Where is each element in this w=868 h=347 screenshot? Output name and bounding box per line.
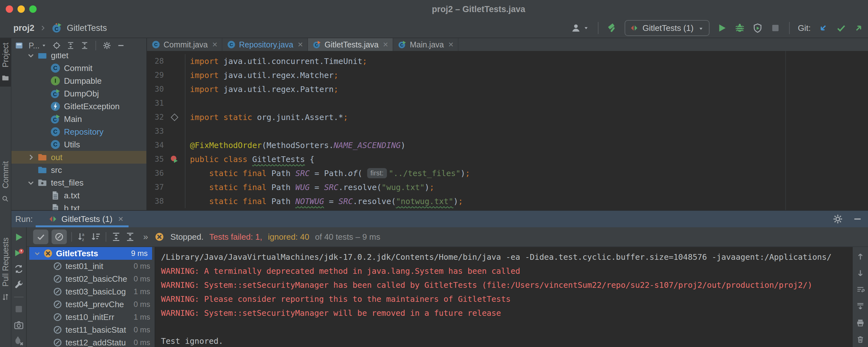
folder-blue-icon	[37, 53, 48, 61]
project-tree-item-Dumpable[interactable]: IDumpable	[11, 75, 146, 87]
code-line-34: 34@FixMethodOrder(MethodSorters.NAME_ASC…	[147, 138, 868, 152]
git-commit-check-icon[interactable]	[836, 23, 846, 33]
debug-button[interactable]	[734, 23, 745, 33]
settings-gear-icon[interactable]	[102, 41, 111, 50]
svg-text:I: I	[54, 77, 56, 84]
project-tree-item-a.txt[interactable]: a.txt	[11, 189, 146, 202]
editor-tab-Main.java[interactable]: CMain.java×	[393, 38, 459, 51]
editor-tab-Repository.java[interactable]: CRepository.java×	[222, 38, 308, 51]
test-tree-item-test12_addStatu[interactable]: test12_addStatu0 ms	[27, 336, 155, 347]
scroll-down-button[interactable]	[856, 269, 865, 278]
test-failed-icon[interactable]	[170, 155, 179, 164]
tree-item-label: b.txt	[64, 203, 80, 210]
stop-button[interactable]	[770, 23, 781, 33]
chevron-down-icon[interactable]	[26, 177, 36, 188]
editor-surface[interactable]: 28import java.util.concurrent.TimeUnit;2…	[147, 51, 868, 210]
test-tree-item-GitletTests[interactable]: GitletTests9 ms	[29, 247, 152, 260]
editor-tab-Commit.java[interactable]: CCommit.java×	[147, 38, 222, 51]
test-tree-item-test01_init[interactable]: test01_init0 ms	[27, 260, 155, 272]
project-tree[interactable]: gitletCCommitIDumpableCDumpObjGitletExce…	[11, 53, 146, 210]
project-tree-item-Utils[interactable]: CUtils	[11, 138, 146, 151]
minimize-window-button[interactable]	[18, 5, 25, 13]
code-token: "wug.txt"	[381, 183, 425, 192]
run-tab[interactable]: GitletTests (1) ×	[48, 211, 123, 227]
show-ignored-toggle[interactable]	[52, 230, 67, 244]
test-tree-item-test02_basicChe[interactable]: test02_basicChe0 ms	[27, 272, 155, 285]
project-tree-item-Commit[interactable]: CCommit	[11, 62, 146, 75]
chevron-down-icon[interactable]	[32, 249, 42, 258]
show-passed-toggle[interactable]	[33, 230, 49, 244]
git-push-icon[interactable]	[854, 23, 864, 33]
sort-alphabetically-button[interactable]: az	[76, 231, 87, 242]
project-view-widget-icon[interactable]	[14, 41, 24, 50]
project-tree-item-Main[interactable]: CMain	[11, 113, 146, 125]
code-text: public class GitletTests {	[185, 152, 868, 166]
stripe-tab-project[interactable]: Project	[0, 38, 11, 87]
close-icon[interactable]: ×	[298, 40, 303, 49]
toggle-auto-test-button[interactable]	[13, 264, 24, 274]
test-tree-item-test11_basicStat[interactable]: test11_basicStat0 ms	[27, 323, 155, 336]
toolbar-separator	[95, 41, 96, 50]
close-icon[interactable]: ×	[383, 40, 388, 49]
run-with-coverage-button[interactable]	[752, 23, 763, 33]
test-tree[interactable]: GitletTests9 mstest01_init0 mstest02_bas…	[27, 247, 155, 347]
chevron-down-icon[interactable]	[26, 53, 36, 61]
fold-marker-icon[interactable]	[170, 113, 178, 121]
hide-tool-window-button[interactable]	[117, 41, 125, 50]
run-configuration-select[interactable]: GitletTests (1)	[625, 20, 709, 36]
project-tree-item-b.txt[interactable]: b.txt	[11, 202, 146, 210]
test-tree-item-test04_prevChe[interactable]: test04_prevChe0 ms	[27, 298, 155, 311]
stop-button[interactable]	[13, 304, 24, 315]
maximize-window-button[interactable]	[29, 5, 37, 13]
project-tree-item-src[interactable]: src	[11, 164, 146, 176]
code-line-30: 30import java.util.regex.Pattern;	[147, 82, 868, 96]
rerun-button[interactable]	[13, 232, 24, 242]
project-tree-item-out[interactable]: out	[11, 151, 146, 164]
collapse-all-button[interactable]	[80, 41, 89, 50]
test-settings-wrench-icon[interactable]	[13, 280, 24, 290]
run-console[interactable]: /Library/Java/JavaVirtualMachines/jdk-17…	[155, 247, 853, 347]
chevron-right-icon[interactable]	[26, 152, 36, 163]
test-tree-item-test03_basicLog[interactable]: test03_basicLog1 ms	[27, 285, 155, 298]
close-icon[interactable]: ×	[212, 40, 217, 49]
project-view-selector[interactable]: P...	[29, 41, 47, 50]
more-actions-chevron[interactable]: »	[143, 232, 148, 242]
project-tree-item-gitlet[interactable]: gitlet	[11, 53, 146, 62]
gutter-slot	[164, 96, 185, 110]
sort-by-duration-button[interactable]	[90, 231, 101, 242]
soft-wrap-button[interactable]	[856, 285, 865, 294]
close-icon[interactable]: ×	[118, 214, 123, 224]
code-token: .resolve(	[339, 183, 381, 192]
editor-tab-GitletTests.java[interactable]: CGitletTests.java×	[308, 38, 393, 51]
hide-tool-window-button[interactable]	[852, 213, 863, 225]
git-update-icon[interactable]	[818, 23, 829, 33]
build-hammer-icon[interactable]	[607, 23, 618, 33]
expand-all-button[interactable]	[111, 231, 122, 242]
print-button[interactable]	[856, 318, 865, 327]
project-tree-item-GitletException[interactable]: GitletException	[11, 100, 146, 113]
expand-all-button[interactable]	[66, 41, 75, 50]
scroll-to-end-button[interactable]	[856, 302, 865, 311]
breadcrumb-project[interactable]: proj2	[13, 23, 34, 33]
rerun-failed-tests-button[interactable]	[13, 248, 24, 259]
stripe-tab-commit[interactable]: Commit	[0, 156, 11, 208]
test-name: test04_prevChe	[66, 299, 124, 310]
run-button[interactable]	[717, 23, 727, 33]
breadcrumb-class[interactable]: GitletTests	[67, 23, 107, 33]
main-toolbar: proj2 C GitletTests GitletTests (1) Git:	[0, 19, 868, 38]
clear-console-trash-icon[interactable]	[856, 335, 865, 344]
project-tree-item-test_files[interactable]: test_files	[11, 176, 146, 189]
locate-file-button[interactable]	[52, 41, 61, 50]
attach-debugger-bug-icon[interactable]	[13, 336, 24, 346]
close-window-button[interactable]	[6, 5, 13, 13]
project-tree-item-Repository[interactable]: CRepository	[11, 125, 146, 138]
project-tree-item-DumpObj[interactable]: CDumpObj	[11, 87, 146, 100]
close-icon[interactable]: ×	[448, 40, 454, 49]
stripe-tab-pull-requests[interactable]: Pull Requests	[0, 233, 11, 306]
user-menu[interactable]	[570, 23, 590, 33]
scroll-up-button[interactable]	[856, 252, 865, 261]
collapse-all-button[interactable]	[125, 231, 135, 242]
settings-gear-icon[interactable]	[832, 213, 843, 225]
test-tree-item-test10_initErr[interactable]: test10_initErr1 ms	[27, 311, 155, 323]
snapshot-camera-icon[interactable]	[13, 320, 24, 330]
